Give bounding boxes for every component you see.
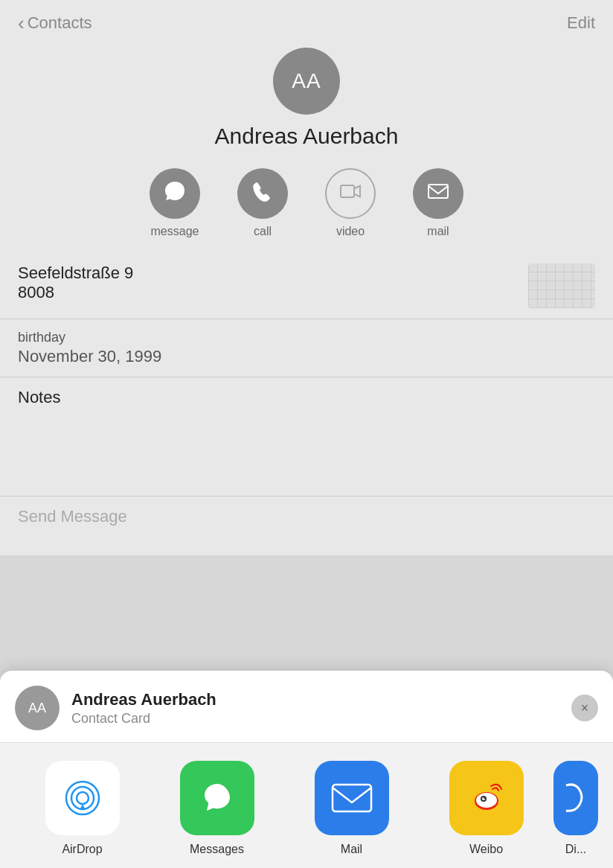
back-label: Contacts — [28, 13, 92, 33]
avatar: AA — [273, 48, 340, 115]
share-app-partial[interactable]: Di... — [553, 761, 598, 856]
video-icon-circle — [325, 168, 376, 219]
mail-app-icon — [315, 761, 389, 835]
avatar-section: AA Andreas Auerbach — [0, 40, 613, 161]
message-icon-circle — [150, 168, 200, 219]
share-contact-subtitle: Contact Card — [71, 711, 571, 727]
svg-rect-0 — [341, 185, 354, 197]
video-action-label: video — [336, 225, 365, 238]
message-icon — [162, 179, 187, 209]
share-sheet: AA Andreas Auerbach Contact Card × — [0, 671, 613, 868]
airdrop-app-icon — [45, 761, 120, 835]
notes-label: Notes — [18, 388, 595, 407]
svg-point-4 — [77, 792, 89, 804]
send-message-row[interactable]: Send Message — [0, 497, 613, 537]
share-contact-avatar: AA — [15, 686, 60, 730]
share-app-mail[interactable]: Mail — [284, 761, 419, 856]
share-app-airdrop[interactable]: AirDrop — [15, 761, 150, 856]
share-info: Andreas Auerbach Contact Card — [71, 690, 571, 727]
call-action-button[interactable]: call — [237, 168, 288, 238]
mail-action-label: mail — [427, 225, 449, 238]
birthday-value: November 30, 1999 — [18, 347, 595, 366]
share-contact-name: Andreas Auerbach — [71, 690, 571, 709]
map-thumbnail[interactable] — [528, 264, 595, 308]
weibo-label: Weibo — [469, 843, 503, 856]
svg-point-10 — [484, 797, 485, 799]
mail-icon-circle — [413, 168, 463, 219]
birthday-row: birthday November 30, 1999 — [0, 319, 613, 377]
call-icon — [250, 179, 275, 209]
video-icon — [338, 179, 363, 209]
partial-app-icon — [553, 761, 598, 835]
birthday-text: birthday November 30, 1999 — [18, 330, 595, 366]
close-icon: × — [581, 701, 589, 716]
share-sheet-overlay: AA Andreas Auerbach Contact Card × — [0, 555, 613, 868]
send-message-label: Send Message — [18, 507, 127, 526]
call-action-label: call — [254, 225, 272, 238]
message-action-button[interactable]: message — [150, 168, 200, 238]
back-button[interactable]: ‹ Contacts — [18, 13, 92, 33]
share-close-button[interactable]: × — [571, 695, 598, 721]
call-icon-circle — [237, 168, 288, 219]
contact-name: Andreas Auerbach — [215, 124, 399, 149]
address-postal: 8008 — [18, 283, 528, 302]
share-app-weibo[interactable]: Weibo — [419, 761, 553, 856]
weibo-app-icon — [449, 761, 524, 835]
airdrop-label: AirDrop — [62, 843, 102, 856]
messages-app-icon — [180, 761, 254, 835]
address-street: Seefeldstraße 9 — [18, 264, 528, 283]
edit-button[interactable]: Edit — [567, 13, 595, 33]
address-row: Seefeldstraße 9 8008 — [0, 253, 613, 319]
partial-label: Di... — [565, 843, 586, 856]
mail-label: Mail — [341, 843, 362, 856]
mail-icon — [426, 179, 451, 209]
birthday-label: birthday — [18, 330, 595, 345]
mail-action-button[interactable]: mail — [413, 168, 463, 238]
messages-label: Messages — [190, 843, 244, 856]
message-action-label: message — [151, 225, 199, 238]
svg-point-7 — [476, 793, 497, 808]
contact-details: Seefeldstraße 9 8008 birthday November 3… — [0, 253, 613, 537]
top-nav: ‹ Contacts Edit — [0, 0, 613, 40]
share-header: AA Andreas Auerbach Contact Card × — [0, 671, 613, 743]
share-app-messages[interactable]: Messages — [150, 761, 284, 856]
back-chevron-icon: ‹ — [18, 13, 25, 33]
svg-rect-1 — [429, 185, 448, 198]
svg-rect-5 — [333, 785, 371, 811]
address-text: Seefeldstraße 9 8008 — [18, 264, 528, 302]
action-buttons: message call video — [0, 161, 613, 253]
notes-section: Notes — [0, 377, 613, 497]
video-action-button[interactable]: video — [325, 168, 376, 238]
share-apps-row: AirDrop Messages Mail — [0, 743, 613, 868]
